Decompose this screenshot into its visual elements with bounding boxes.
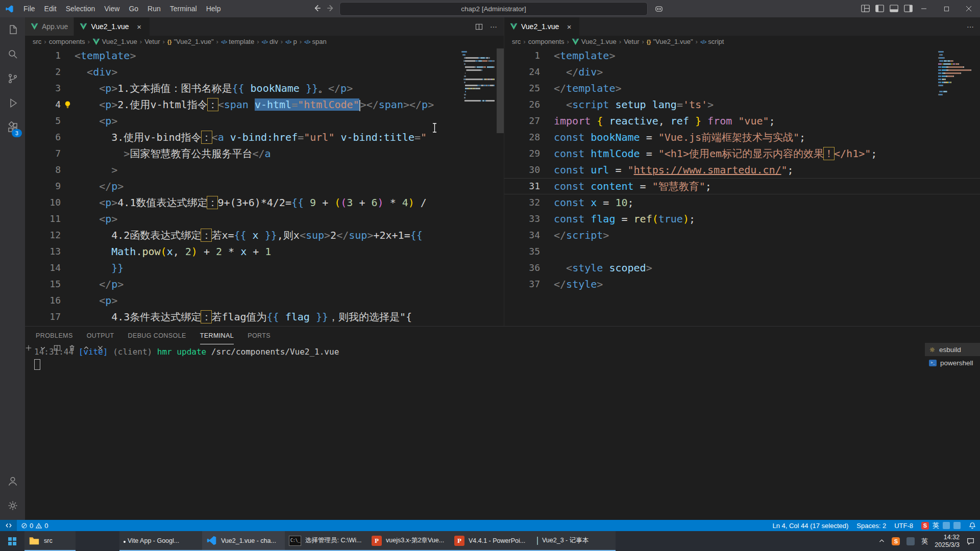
terminal-output[interactable]: 14:31:44 [vite] (client) hmr update /src… [34,346,339,370]
taskbar-button-5[interactable]: Pvuejs3.x-第2章Vue... [368,531,450,551]
menu-file[interactable]: File [19,0,40,17]
terminal-process-powershell[interactable]: >_powershell [925,356,980,369]
tab-vue2_1-vue[interactable]: Vue2_1.vue× [74,17,150,36]
command-center[interactable]: chap2 [Administrator] [339,2,648,16]
ime-mode-label[interactable]: 英 [933,521,939,530]
breadcrumb-item[interactable]: Vue2_1.vue [572,38,617,45]
panel-tab-ports[interactable]: PORTS [248,327,271,344]
taskbar-button-1[interactable]: src [24,531,76,551]
close-tab-icon[interactable]: × [135,22,144,31]
code-line[interactable]: 14 }} [25,260,504,276]
taskbar-button-6[interactable]: PV4.4.1 - PowerPoi... [450,531,533,551]
minimize-button[interactable] [913,0,935,17]
minimap[interactable] [461,49,495,102]
tray-clock[interactable]: 14:32 2025/3/3 [935,534,960,549]
code-line[interactable]: 34</script> [504,227,980,243]
menu-go[interactable]: Go [124,0,143,17]
minimap[interactable] [938,49,980,96]
menu-terminal[interactable]: Terminal [165,0,202,17]
code-line[interactable]: 32const x = 10; [504,194,980,211]
encoding[interactable]: UTF-8 [890,520,917,531]
back-arrow-icon[interactable] [312,4,322,13]
sogou-ime-toolbar[interactable]: S 英 [917,520,965,531]
breadcrumb-item[interactable]: </>template [221,38,254,45]
new-terminal-icon[interactable] [25,344,32,352]
menu-selection[interactable]: Selection [61,0,100,17]
action-center-icon[interactable] [966,537,975,545]
close-tab-icon[interactable]: × [565,22,574,31]
code-editor[interactable]: 1<template>24 </div>25</template>26 <scr… [504,47,980,326]
breadcrumb-item[interactable]: components [49,38,85,45]
forward-arrow-icon[interactable] [326,4,335,13]
breadcrumb-item[interactable]: </>script [700,38,724,45]
menu-view[interactable]: View [100,0,124,17]
code-line[interactable]: 11 <p> [25,211,504,227]
code-line[interactable]: 27import { reactive, ref } from "vue"; [504,113,980,129]
more-actions-icon[interactable]: ··· [490,22,497,31]
code-line[interactable]: 17 4.3条件表达式绑定：若flag值为{{ flag }}，则我的选择是"{ [25,309,504,325]
terminal-process-esbuild[interactable]: esbuild [925,343,980,356]
breadcrumb-item[interactable]: src [33,38,41,45]
taskbar-button-3[interactable]: Vue2_1.vue - cha... [202,531,285,551]
code-line[interactable]: 13 Math.pow(x, 2) + 2 * x + 1 [25,243,504,260]
menu-run[interactable]: Run [143,0,165,17]
code-line[interactable]: 12 4.2函数表达式绑定：若x={{ x }},则x<sup>2</sup>+… [25,227,504,243]
breadcrumb-item[interactable]: </>div [262,38,278,45]
code-line[interactable]: 3 <p>1.文本插值：图书名称是{{ bookName }}。</p> [25,80,504,96]
settings-gear-icon[interactable] [0,493,25,518]
code-line[interactable]: 9 </p> [25,178,504,194]
source-control-icon[interactable] [0,66,25,91]
code-line[interactable]: 10 <p>4.1数值表达式绑定：9+(3+6)*4/2={{ 9 + ((3 … [25,194,504,211]
customize-layout-icon[interactable] [861,4,870,13]
code-editor[interactable]: 1<template>2 <div>3 <p>1.文本插值：图书名称是{{ bo… [25,47,504,326]
code-line[interactable]: 35 [504,243,980,260]
ime-keyboard-icon[interactable] [943,522,950,529]
panel-tab-terminal[interactable]: TERMINAL [200,327,234,344]
code-line[interactable]: 30const url = "https://www.smartedu.cn/"… [504,162,980,178]
tray-sogou-icon[interactable]: S [892,537,900,545]
taskbar-button-7[interactable]: Vue2_3 - 记事本 [533,531,616,551]
sogou-icon[interactable]: S [921,522,929,530]
code-line[interactable]: 36 <style scoped> [504,260,980,276]
code-line[interactable]: 29const htmlCode = "<h1>使用em标记的显示内容的效果！<… [504,145,980,162]
maximize-button[interactable] [935,0,958,17]
code-line[interactable]: 4 <p>2.使用v-html指令：<span v-html="htmlCode… [25,96,504,113]
run-debug-icon[interactable] [0,91,25,115]
ime-tools-icon[interactable] [953,522,961,529]
split-editor-icon[interactable] [475,23,483,31]
remote-indicator[interactable] [0,520,17,531]
account-icon[interactable] [0,469,25,493]
toggle-secondary-sidebar-icon[interactable] [903,4,913,13]
code-line[interactable]: 28const bookName = "Vue.js前端框架技术与实战"; [504,129,980,145]
search-icon[interactable] [0,42,25,66]
indentation[interactable]: Spaces: 2 [852,520,890,531]
tray-ime-indicator[interactable]: 英 [921,537,928,546]
notifications-bell-icon[interactable] [965,520,980,531]
panel-tab-problems[interactable]: PROBLEMS [36,327,73,344]
code-line[interactable]: 24 </div> [504,64,980,80]
explorer-icon[interactable] [0,17,25,42]
breadcrumb-item[interactable]: Vetur [144,38,160,45]
code-line[interactable]: 26 <script setup lang='ts'> [504,96,980,113]
cursor-position[interactable]: Ln 4, Col 44 (17 selected) [768,520,852,531]
lightbulb-icon[interactable] [64,101,71,109]
toggle-panel-icon[interactable] [889,4,899,13]
tab-vue2_1-vue[interactable]: Vue2_1.vue× [504,17,580,36]
code-line[interactable]: 25</template> [504,80,980,96]
start-button[interactable] [0,531,24,551]
breadcrumb-item[interactable]: components [528,38,565,45]
menu-help[interactable]: Help [202,0,226,17]
code-line[interactable]: 8 > [25,162,504,178]
breadcrumb-item[interactable]: Vetur [624,38,639,45]
code-line[interactable]: 7 >国家智慧教育公共服务平台</a [25,145,504,162]
taskbar-button-2[interactable]: Vite App - Googl... [119,531,202,551]
code-line[interactable]: 15 </p> [25,276,504,292]
menu-edit[interactable]: Edit [40,0,61,17]
panel-tab-debug-console[interactable]: DEBUG CONSOLE [128,327,186,344]
close-window-button[interactable] [958,0,980,17]
extensions-icon[interactable]: 3 [0,115,25,140]
code-line[interactable]: 2 <div> [25,64,504,80]
code-line[interactable]: 1<template> [25,47,504,64]
copilot-icon[interactable] [654,4,664,13]
panel-tab-output[interactable]: OUTPUT [87,327,114,344]
